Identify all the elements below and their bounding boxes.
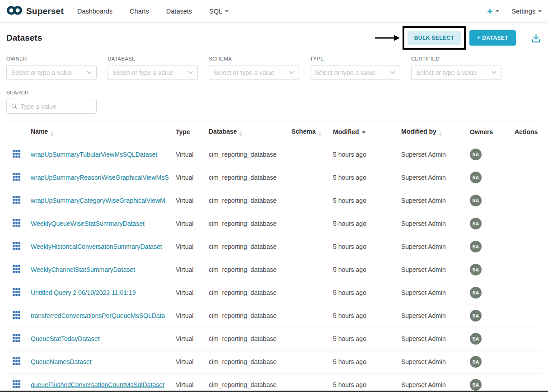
table-row: transferredConversationsPerQueueMsSQLDat… [5,304,543,327]
actions-cell [515,143,543,166]
dataset-name-link[interactable]: queueFlushedConversationCountMsSqlDatase… [31,381,164,388]
column-header-database[interactable]: Database [209,121,291,143]
owner-avatar[interactable]: SA [470,195,482,206]
new-item-button[interactable]: + [487,6,499,16]
chevron-down-icon [492,71,496,74]
owner-avatar[interactable]: SA [470,356,482,368]
chevron-down-icon [289,71,294,74]
column-header-modified[interactable]: Modified [333,121,401,143]
dataset-name-link[interactable]: wrapUpSummaryTubularViewMsSQLDataset [31,151,157,158]
dataset-name-link[interactable]: wrapUpSummaryCategoryWiseGraphicalViewM [31,197,165,204]
sort-icon [51,131,53,136]
actions-cell [515,166,543,189]
owner-avatar[interactable]: SA [470,310,482,322]
table-body: wrapUpSummaryTubularViewMsSQLDataset Vir… [5,143,543,392]
dataset-name-link[interactable]: WeeklyChannelStatSummaryDataset [31,266,135,273]
dataset-name-link[interactable]: Untitled Query 2 06/10/2022 11:01:19 [31,289,136,296]
column-header-modified-by[interactable]: Modified by [401,121,470,143]
modified-cell: 5 hours ago [333,212,401,235]
sort-desc-icon [362,131,365,134]
schema-cell [291,189,333,212]
schema-cell [291,350,333,373]
chevron-down-icon [225,10,229,12]
dataset-grid-icon [13,336,20,343]
owner-avatar[interactable]: SA [470,287,482,299]
column-header-name[interactable]: Name [31,121,176,143]
annotation-highlight-box: BULK SELECT [403,26,466,50]
dataset-grid-icon [13,244,20,251]
actions-cell [515,189,543,212]
owner-filter-select[interactable]: Select or type a value [6,65,97,80]
actions-cell [515,304,543,327]
owner-avatar[interactable]: SA [470,241,482,252]
dataset-name-link[interactable]: QueueStatTodayDataset [31,335,100,342]
modified-cell: 5 hours ago [333,281,401,304]
nav-item-charts[interactable]: Charts [130,8,149,15]
actions-cell [515,212,543,235]
brand-title: Superset [26,6,64,16]
main-nav: Dashboards Charts Datasets SQL [77,8,229,15]
modified-cell: 5 hours ago [333,189,401,212]
superset-brand[interactable]: Superset [6,5,64,18]
dataset-name-link[interactable]: wrapUpSummaryReasonWiseGraphicalViewMsS [31,174,169,181]
dataset-name-link[interactable]: WeeklyQueueWiseStatSummaryDataset [31,220,145,227]
owner-avatar[interactable]: SA [470,333,482,345]
chevron-down-icon [390,71,395,74]
filter-label: SCHEMA [209,56,299,61]
modified-cell: 5 hours ago [333,373,401,392]
column-header-schema[interactable]: Schema [291,121,333,143]
modified-cell: 5 hours ago [333,304,401,327]
table-row: QueueStatTodayDataset Virtual cim_report… [5,327,543,350]
certified-filter-select[interactable]: Select or type a value [411,65,501,80]
chevron-down-icon [496,10,499,12]
dataset-name-link[interactable]: WeeklyHistoricalConversatonSummaryDatase… [31,243,162,250]
modified-cell: 5 hours ago [333,166,401,189]
nav-item-datasets[interactable]: Datasets [166,8,192,15]
schema-cell [291,304,333,327]
type-filter-select[interactable]: Select or type a value [310,65,400,80]
settings-menu[interactable]: Settings [512,8,542,15]
owner-avatar[interactable]: SA [470,149,482,160]
database-filter-select[interactable]: Select or type a value [108,65,198,80]
type-cell: Virtual [176,235,209,258]
dataset-grid-icon [13,313,20,320]
filter-label: DATABASE [108,56,198,61]
page-title: Datasets [6,33,42,43]
sort-icon [439,131,442,136]
owner-avatar[interactable]: SA [470,172,482,183]
database-cell: cim_reporting_database [209,212,291,235]
dataset-name-link[interactable]: QueueNamesDataset [31,358,92,365]
owner-avatar[interactable]: SA [470,379,482,391]
schema-cell [291,373,333,392]
modified-cell: 5 hours ago [333,258,401,281]
table-row: QueueNamesDataset Virtual cim_reporting_… [5,350,543,373]
export-datasets-button[interactable] [530,33,542,44]
top-navbar: Superset Dashboards Charts Datasets SQL … [0,0,548,23]
modified-by-cell: Superset Admin [401,166,470,189]
add-dataset-button[interactable]: + DATASET [469,30,516,46]
table-row: WeeklyHistoricalConversatonSummaryDatase… [5,235,543,258]
datasets-table: Name Type Database Schema Modified Modif… [5,121,543,392]
nav-item-dashboards[interactable]: Dashboards [77,8,112,15]
type-cell: Virtual [176,350,209,373]
type-cell: Virtual [176,327,209,350]
dataset-name-link[interactable]: transferredConversationsPerQueueMsSQLDat… [31,312,165,319]
superset-logo-icon [6,5,23,18]
owner-avatar[interactable]: SA [470,264,482,275]
page-header: Datasets BULK SELECT + DATASET [0,23,548,53]
actions-cell [515,373,543,392]
modified-cell: 5 hours ago [333,327,401,350]
schema-filter-select[interactable]: Select or type a value [209,65,299,80]
table-row: wrapUpSummaryTubularViewMsSQLDataset Vir… [5,143,543,166]
modified-by-cell: Superset Admin [401,327,470,350]
actions-cell [515,327,543,350]
filter-owner: OWNER Select or type a value [6,56,97,80]
sort-icon [318,131,321,136]
nav-item-sql[interactable]: SQL [209,8,229,15]
search-input[interactable] [20,103,92,110]
bulk-select-button[interactable]: BULK SELECT [407,31,461,45]
table-row: WeeklyChannelStatSummaryDataset Virtual … [5,258,543,281]
schema-cell [291,235,333,258]
owner-avatar[interactable]: SA [470,218,482,229]
schema-cell [291,327,333,350]
